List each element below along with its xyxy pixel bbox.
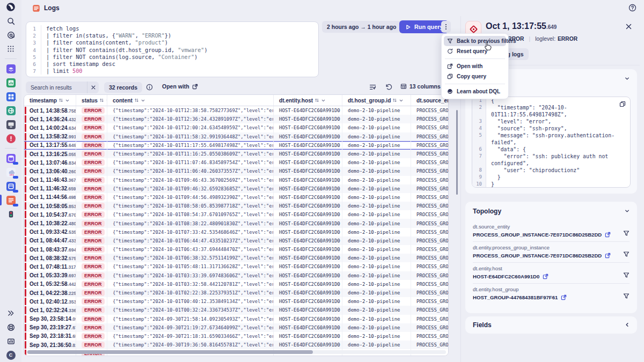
query-options-button[interactable] [441, 21, 451, 33]
open-with-icon[interactable] [543, 274, 548, 279]
green-chart-app-icon[interactable] [0, 76, 21, 90]
monitor-app-icon[interactable] [0, 117, 21, 131]
app-launcher-icon[interactable] [0, 42, 21, 56]
search-icon[interactable] [0, 14, 21, 28]
sort-icon[interactable] [314, 98, 319, 103]
table-row[interactable]: Sep 30, 23:19:27.673ERROR{"timestamp":"2… [24, 323, 448, 332]
log-content-json[interactable]: 1{2 "timestamp": "2024-10-01T11:17:55.64… [472, 97, 631, 188]
vertical-scrollbar-thumb[interactable] [456, 110, 458, 195]
column-header-dt.entity.host[interactable]: dt.entity.host [273, 95, 342, 106]
table-row[interactable]: Oct 1, 04:22:38.225ERROR{"timestamp":"20… [24, 289, 448, 297]
horizontal-scrollbar[interactable] [26, 350, 446, 354]
table-row[interactable]: Oct 1, 14:00:24.634ERROR{"timestamp":"20… [24, 123, 448, 132]
copilot-icon[interactable] [0, 28, 21, 42]
table-row[interactable]: Oct 1, 13:07:46.834ERROR{"timestamp":"20… [24, 158, 448, 167]
table-row[interactable]: Oct 1, 14:38:58.758ERROR{"timestamp":"20… [24, 106, 448, 115]
table-row[interactable]: Oct 1, 02:32:24.336ERROR{"timestamp":"20… [24, 306, 448, 314]
expand-sidebar-icon[interactable] [0, 306, 21, 320]
menu-item-learn-about-dql[interactable]: Learn about DQL [444, 86, 506, 97]
getting-started-icon[interactable] [0, 334, 21, 348]
help-icon[interactable] [628, 4, 636, 12]
query-editor[interactable]: 1fetch logs2| filter in(status, {"WARN",… [26, 21, 319, 77]
table-row[interactable]: Oct 1, 11:46:43.367ERROR{"timestamp":"20… [24, 176, 448, 184]
teal-globe-app-icon[interactable] [0, 104, 21, 117]
table-row[interactable]: Oct 1, 10:58:05.853ERROR{"timestamp":"20… [24, 202, 448, 210]
database-app-icon[interactable] [0, 151, 21, 165]
table-row[interactable]: Oct 1, 14:36:24.432ERROR{"timestamp":"20… [24, 115, 448, 123]
alert-app-icon[interactable] [0, 131, 21, 145]
table-row[interactable]: Sep 30, 21:36:50.816ERROR{"timestamp":"2… [24, 341, 448, 349]
help-buoy-icon[interactable] [0, 320, 21, 334]
filter-icon[interactable] [623, 293, 630, 299]
query-line[interactable]: 4| filter NOT contains(dt.host_group.id,… [26, 47, 318, 54]
search-box[interactable] [26, 82, 99, 93]
table-row[interactable]: Oct 1, 07:48:11.317ERROR{"timestamp":"20… [24, 262, 448, 271]
chevron-down-icon[interactable] [321, 98, 326, 103]
logs-app-icon[interactable] [0, 193, 21, 207]
wrap-text-icon[interactable] [369, 84, 376, 91]
cloud-app-icon[interactable] [0, 165, 21, 179]
traffic-light-app-icon[interactable] [0, 207, 21, 221]
menu-item-open-with[interactable]: Open with [444, 61, 506, 71]
filter-icon[interactable] [623, 272, 630, 278]
open-with-button[interactable]: Open with [162, 83, 198, 90]
table-row[interactable]: Oct 1, 10:54:37.670ERROR{"timestamp":"20… [24, 210, 448, 219]
query-line[interactable]: 5| filter NOT contains(log.source, "Cont… [26, 54, 318, 61]
open-with-icon[interactable] [561, 294, 567, 300]
table-row[interactable]: Oct 1, 13:16:25.055ERROR{"timestamp":"20… [24, 150, 448, 158]
table-row[interactable]: Oct 1, 13:58:32.991ERROR{"timestamp":"20… [24, 132, 448, 141]
table-row[interactable]: Oct 1, 08:38:32.575ERROR{"timestamp":"20… [24, 254, 448, 262]
open-with-icon[interactable] [605, 232, 611, 238]
dynatrace-logo-icon[interactable] [0, 0, 21, 14]
filter-icon[interactable] [623, 230, 630, 237]
query-line[interactable]: 6| sort timestamp desc [26, 61, 318, 68]
table-row[interactable]: Oct 1, 05:33:39.697ERROR{"timestamp":"20… [24, 271, 448, 280]
query-line[interactable]: 3| filter contains(content, "product") [26, 39, 318, 46]
query-line[interactable]: 1fetch logs [26, 25, 318, 32]
search-input[interactable] [26, 85, 87, 91]
column-header-content[interactable]: content [107, 95, 273, 106]
user-avatar[interactable]: C [0, 348, 21, 362]
column-header-dt.host_group.id[interactable]: dt.host_group.id [342, 95, 411, 106]
chevron-down-icon[interactable] [399, 98, 404, 103]
chevron-down-icon[interactable] [624, 208, 630, 214]
table-row[interactable]: Oct 1, 13:17:55.649ERROR{"timestamp":"20… [24, 141, 448, 150]
table-row[interactable]: Oct 1, 02:40:12.353ERROR{"timestamp":"20… [24, 297, 448, 306]
chevron-left-icon[interactable] [624, 322, 630, 328]
blue-grid-app-icon[interactable] [0, 90, 21, 104]
horizontal-scrollbar-thumb[interactable] [27, 350, 313, 354]
undo-icon[interactable] [385, 84, 392, 91]
column-header-status[interactable]: status [76, 95, 107, 106]
clear-search-icon[interactable] [87, 82, 99, 93]
table-row[interactable]: Sep 30, 23:18:31.659ERROR{"timestamp":"2… [24, 332, 448, 341]
chevron-down-icon[interactable] [624, 76, 630, 82]
column-header-timestamp[interactable]: timestamp [24, 95, 76, 106]
menu-item-back-to-previous-filters[interactable]: Back to previous filters [444, 36, 506, 46]
filter-icon[interactable] [623, 251, 630, 257]
table-row[interactable]: Oct 1, 08:43:37.694ERROR{"timestamp":"20… [24, 245, 448, 254]
menu-item-reset-query[interactable]: Reset query [444, 46, 506, 56]
table-row[interactable]: Oct 1, 10:38:22.480ERROR{"timestamp":"20… [24, 219, 448, 227]
table-row[interactable]: Oct 1, 11:46:32.659ERROR{"timestamp":"20… [24, 184, 448, 193]
purple-layers-app-icon[interactable] [0, 62, 21, 76]
sort-icon[interactable] [58, 98, 63, 103]
close-icon[interactable] [625, 23, 632, 30]
table-row[interactable]: Sep 30, 23:58:14.092ERROR{"timestamp":"2… [24, 315, 448, 323]
info-icon[interactable] [146, 84, 153, 91]
sort-icon[interactable] [134, 98, 139, 103]
chevron-down-icon[interactable] [65, 98, 70, 103]
menu-item-copy-query[interactable]: Copy query [444, 71, 506, 82]
chevron-down-icon[interactable] [141, 98, 145, 103]
query-line[interactable]: 7| limit 500 [26, 68, 318, 75]
copy-icon[interactable] [619, 101, 626, 107]
sort-icon[interactable] [99, 98, 104, 103]
table-row[interactable]: Oct 1, 08:44:47.433ERROR{"timestamp":"20… [24, 237, 448, 245]
open-with-icon[interactable] [605, 253, 611, 258]
query-line[interactable]: 2| filter in(status, {"WARN", "ERROR"}) [26, 32, 318, 39]
table-row[interactable]: Oct 1, 11:44:56.498ERROR{"timestamp":"20… [24, 193, 448, 202]
table-row[interactable]: Oct 1, 13:06:40.260ERROR{"timestamp":"20… [24, 167, 448, 175]
sort-icon[interactable] [392, 98, 397, 103]
time-range-selector[interactable]: 2 hours ago → 1 hour ago [322, 21, 409, 33]
table-row[interactable]: Oct 1, 09:33:42.535ERROR{"timestamp":"20… [24, 228, 448, 237]
table-row[interactable]: Oct 1, 05:32:58.442ERROR{"timestamp":"20… [24, 280, 448, 289]
